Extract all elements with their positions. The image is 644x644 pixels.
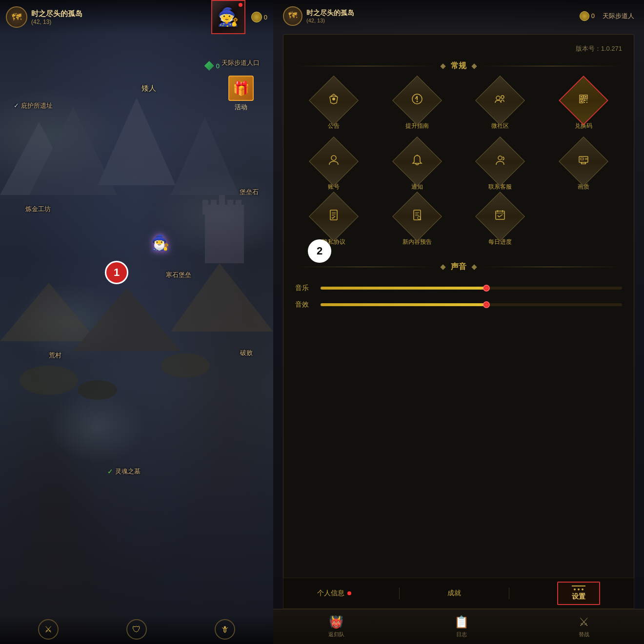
version-text: 版本号：1.0.271 <box>295 44 622 53</box>
menu-announcement[interactable]: 公告 <box>295 83 373 130</box>
journal-icon: 📋 <box>454 615 469 629</box>
wasteland-label: 荒村 <box>49 351 61 360</box>
map-character: 🧙‍♂️ <box>151 234 169 251</box>
settings-icon-dots <box>574 588 584 590</box>
info-divider-1 <box>399 587 400 599</box>
svg-point-16 <box>20 366 78 395</box>
menu-community[interactable]: 微社区 <box>462 83 539 130</box>
sound-section-divider: 声音 <box>295 262 622 272</box>
activity-label: 活动 <box>235 103 247 112</box>
daily-icon <box>493 208 507 225</box>
tab-battle[interactable]: ⚔ 替战 <box>571 611 597 642</box>
music-slider-thumb[interactable] <box>483 285 490 292</box>
return-team-icon: 👹 <box>329 615 343 629</box>
support-icon-wrapper <box>483 144 518 179</box>
settings-panel: 版本号：1.0.271 常规 <box>283 34 634 607</box>
menu-redeem[interactable]: 兑换码 <box>545 83 623 130</box>
guide-icon <box>410 92 424 109</box>
character-portrait[interactable]: 🧙 <box>211 0 245 34</box>
effects-slider-thumb[interactable] <box>483 301 490 308</box>
menu-quality[interactable]: 画质 <box>545 144 623 191</box>
sound-divider-line-left <box>295 267 435 267</box>
svg-rect-41 <box>586 102 587 103</box>
sound-section-title: 声音 <box>451 262 466 272</box>
location-name-right: 时之尽头的孤岛 <box>306 9 354 18</box>
menu-account[interactable]: 账号 <box>295 144 373 191</box>
top-bar-right: 🗺 时之尽头的孤岛 (42, 13) 0 天际步道人 <box>273 0 644 32</box>
music-slider-fill <box>321 287 486 290</box>
bottom-icon-2: 🛡 <box>124 617 149 642</box>
achievement-tab[interactable]: 成就 <box>447 589 461 598</box>
coin-value-left: 0 <box>264 14 267 21</box>
svg-point-18 <box>161 353 210 378</box>
annotation-2-text: 2 <box>317 245 322 257</box>
menu-guide[interactable]: 提升指南 <box>379 83 456 130</box>
announcement-icon-wrapper <box>316 83 351 118</box>
dwarf-label: 矮人 <box>141 84 156 93</box>
svg-rect-52 <box>330 210 337 220</box>
notification-icon-wrapper <box>400 144 435 179</box>
shelter-text: 庇护所遗址 <box>21 102 53 109</box>
portrait-figure: 🧙 <box>217 7 239 27</box>
svg-rect-40 <box>584 102 585 103</box>
empty-cell <box>545 199 623 246</box>
map-icon-right[interactable]: 🗺 <box>283 6 302 26</box>
bottom-icon-3: 🗡 <box>213 617 237 642</box>
svg-rect-8 <box>202 200 208 215</box>
info-divider-2 <box>509 587 509 599</box>
music-slider-track[interactable] <box>321 287 622 290</box>
personal-red-dot <box>347 591 351 595</box>
divider-line-left <box>295 66 435 66</box>
svg-rect-33 <box>581 96 582 98</box>
battle-icon: ⚔ <box>579 615 589 629</box>
music-slider-row: 音乐 <box>295 284 622 293</box>
svg-rect-35 <box>585 96 586 98</box>
daily-icon-wrapper <box>483 199 518 234</box>
menu-preview[interactable]: 新内容预告 <box>379 199 456 246</box>
account-icon <box>327 153 341 170</box>
top-bar-left: 🗺 时之尽头的孤岛 (42, 13) 🧙 0 <box>0 0 273 34</box>
settings-active-button[interactable]: 设置 <box>557 582 600 605</box>
map-icon-left[interactable]: 🗺 <box>6 6 27 28</box>
soul-checkmark-icon: ✓ <box>107 468 113 475</box>
svg-rect-56 <box>414 210 421 220</box>
svg-point-30 <box>496 96 500 100</box>
quality-icon <box>577 153 590 170</box>
soul-tomb-container: ✓ 灵魂之墓 <box>107 467 141 476</box>
annotation-1-text: 1 <box>114 266 120 279</box>
menu-privacy[interactable]: 隐私协议 <box>295 199 373 246</box>
privacy-icon-wrapper <box>316 199 351 234</box>
support-icon <box>493 153 507 170</box>
general-section-title: 常规 <box>451 61 466 71</box>
menu-daily[interactable]: 每日进度 <box>462 199 539 246</box>
personal-info-label: 个人信息 <box>317 589 344 598</box>
effects-slider-track[interactable] <box>321 303 622 306</box>
bottom-bar-left: ⚔ 🛡 🗡 <box>0 615 273 644</box>
menu-grid-row1: 公告 <box>295 83 622 130</box>
sound-divider-diamond-left <box>440 264 445 270</box>
ruin-label: 破败 <box>240 349 253 357</box>
quality-icon-wrapper <box>566 144 601 179</box>
menu-notification[interactable]: 通知 <box>379 144 456 191</box>
effects-slider-row: 音效 <box>295 300 622 309</box>
svg-rect-10 <box>219 195 225 210</box>
settings-inner: 版本号：1.0.271 常规 <box>283 35 634 607</box>
personal-info-tab[interactable]: 个人信息 <box>317 589 351 598</box>
activity-button[interactable]: 🎁 活动 <box>228 76 254 112</box>
map-terrain-svg <box>0 49 273 488</box>
svg-marker-4 <box>0 283 98 341</box>
svg-rect-37 <box>581 100 582 102</box>
menu-support[interactable]: 联系客服 <box>462 144 539 191</box>
svg-marker-2 <box>98 98 176 185</box>
tab-journal[interactable]: 📋 日志 <box>446 611 477 642</box>
activity-icon: 🎁 <box>228 76 254 101</box>
svg-rect-12 <box>236 200 242 215</box>
coin-icon-right <box>580 11 589 21</box>
location-name-left: 时之尽头的孤岛 <box>31 9 211 19</box>
annotation-2: 2 <box>308 239 331 263</box>
tab-return-team[interactable]: 👹 返归队 <box>321 611 352 642</box>
sound-divider-diamond-right <box>471 264 477 270</box>
svg-rect-11 <box>227 200 233 215</box>
steppath-label-left: 天际步道人口 <box>221 59 260 67</box>
notification-icon <box>410 153 424 170</box>
